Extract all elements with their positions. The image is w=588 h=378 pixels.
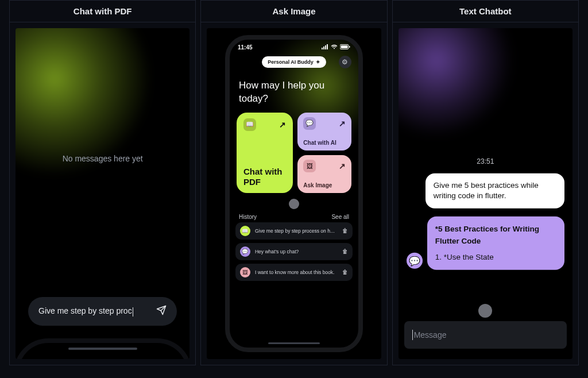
action-tiles: 📖 ↗ Chat with PDF 💬 ↗ Chat with AI [230,113,358,193]
message-input-bar[interactable]: Give me step by step proc [28,297,177,326]
svg-rect-5 [341,45,347,48]
column-ask-image: Ask Image 11:45 [200,0,387,365]
chat-thread: 23:51 Give me 5 best practices while wri… [399,157,572,270]
history-label: History [239,214,257,220]
glow-green [16,28,165,189]
see-all-link[interactable]: See all [331,214,349,220]
svg-rect-3 [327,44,328,49]
pdf-preview: No messages here yet Give me step by ste… [16,28,189,359]
trash-icon[interactable]: 🗑 [342,269,348,275]
timestamp: 23:51 [407,157,564,165]
column-chat-with-pdf: Chat with PDF No messages here yet Give … [9,0,196,365]
tile-label: Chat with AI [303,140,346,146]
tile-ask-image[interactable]: 🖼 ↗ Ask Image [297,155,351,193]
gear-icon: ⚙ [342,58,348,66]
user-message: Give me 5 best practices while writing c… [425,173,564,209]
home-indicator [268,342,320,344]
wifi-icon [331,44,338,51]
bot-message-title: *5 Best Practices for Writing Flutter Co… [435,223,556,247]
history-item[interactable]: 💬 Hey what's up chat? 🗑 [235,243,353,260]
chat-icon: 💬 [303,117,316,130]
bot-avatar: 💬 [407,253,423,269]
device-frame-edge [16,338,189,359]
bot-message: *5 Best Practices for Writing Flutter Co… [427,217,564,270]
book-icon: 📖 [240,226,250,236]
arrow-ne-icon: ↗ [279,120,286,129]
column-title-ask: Ask Image [201,1,386,22]
svg-rect-1 [323,47,324,49]
empty-state-text: No messages here yet [16,154,189,163]
column-title-pdf: Chat with PDF [10,1,195,22]
signal-icon [322,44,328,51]
trash-icon[interactable]: 🗑 [342,227,348,234]
bot-message-line: 1. *Use the State [435,252,556,263]
svg-rect-0 [322,48,323,49]
chat-icon: 💬 [240,246,250,257]
book-icon: 📖 [243,118,256,131]
settings-button[interactable]: ⚙ [339,56,351,68]
phone-frame: 11:45 Personal [225,35,363,352]
svg-rect-6 [349,46,350,48]
status-time: 11:45 [238,44,253,51]
column-title-chat: Text Chatbot [393,1,578,22]
history-header: History See all [230,210,358,222]
image-icon: 🖼 [240,267,250,277]
tile-label: Ask Image [303,182,346,188]
message-input-text[interactable]: Give me step by step proc [38,306,150,316]
chat-preview: 23:51 Give me 5 best practices while wri… [399,28,572,359]
history-item[interactable]: 📖 Give me step by step process on how t…… [235,222,353,240]
history-list: 📖 Give me step by step process on how t…… [230,222,358,281]
message-input-bar[interactable]: Message [404,321,567,349]
svg-rect-2 [325,45,326,49]
chat-icon: 💬 [409,255,420,266]
status-bar: 11:45 [230,40,358,53]
message-input-placeholder: Message [414,330,447,340]
arrow-ne-icon: ↗ [339,161,346,171]
tile-chat-with-pdf[interactable]: 📖 ↗ Chat with PDF [237,113,293,193]
drag-handle[interactable] [289,199,299,209]
hero-question: How may I help you today? [230,71,358,113]
ask-preview: 11:45 Personal [207,28,381,359]
battery-icon [340,44,350,51]
arrow-ne-icon: ↗ [339,119,346,128]
tile-chat-with-ai[interactable]: 💬 ↗ Chat with AI [297,113,351,151]
tile-label: Chat with PDF [243,167,286,187]
column-text-chatbot: Text Chatbot 23:51 Give me 5 best practi… [392,0,579,365]
drag-handle[interactable] [478,304,492,318]
header-row: Personal AI Buddy ✦ ⚙ [230,53,358,71]
image-icon: 🖼 [303,160,316,172]
sparkle-icon: ✦ [316,59,320,65]
persona-pill[interactable]: Personal AI Buddy ✦ [262,56,326,68]
history-item[interactable]: 🖼 I want to know more about this book. 🗑 [235,264,353,281]
glow-purple [399,28,519,143]
send-icon[interactable] [156,305,167,318]
trash-icon[interactable]: 🗑 [342,248,348,254]
